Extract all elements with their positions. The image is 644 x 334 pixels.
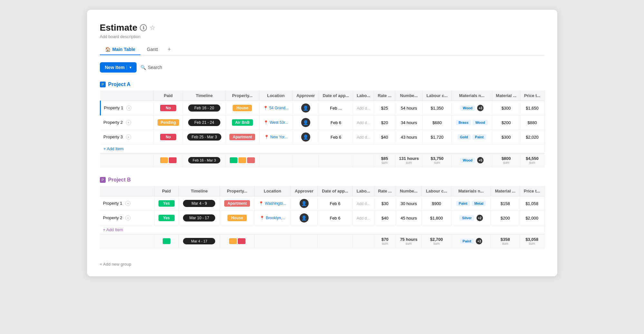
cell-materials[interactable]: Wood +3	[452, 101, 492, 115]
cell-approver[interactable]: 👤	[293, 115, 319, 130]
cell-date[interactable]: Feb ...	[319, 101, 353, 115]
col-matcost-a: Material ...	[492, 91, 520, 101]
cell-date[interactable]: Feb 6	[318, 196, 353, 211]
cell-approver[interactable]: 👤	[291, 211, 318, 225]
col-name-a	[100, 91, 154, 101]
cell-hours[interactable]: 30 hours	[396, 196, 422, 211]
cell-timeline[interactable]: Feb 16 - 20	[183, 101, 226, 115]
cell-location[interactable]: 📍New Yor...	[259, 130, 293, 144]
cell-paid[interactable]: No	[154, 130, 183, 144]
cell-property[interactable]: House	[220, 211, 255, 225]
cell-rate[interactable]: $20	[374, 115, 395, 130]
cell-labour-cost[interactable]: $1,720	[423, 130, 452, 144]
cell-add-d[interactable]: Add d...	[352, 196, 374, 211]
cell-approver[interactable]: 👤	[293, 101, 319, 115]
cell-rate[interactable]: $40	[374, 130, 395, 144]
page-subtitle: Add board description	[100, 34, 544, 39]
cell-rate[interactable]: $25	[374, 101, 395, 115]
cell-labour-cost[interactable]: $1,800	[422, 211, 451, 225]
cell-timeline[interactable]: Mar 4 - 9	[178, 196, 220, 211]
row-name: Property 3 +	[100, 130, 154, 144]
cell-labour-cost[interactable]: $900	[422, 196, 451, 211]
tab-gantt[interactable]: Gantt	[142, 44, 163, 55]
add-row-icon[interactable]: +	[125, 201, 130, 206]
add-row-icon[interactable]: +	[125, 215, 130, 221]
cell-approver[interactable]: 👤	[293, 130, 319, 144]
col-paid-a: Paid	[154, 91, 183, 101]
col-name-b	[100, 186, 155, 196]
star-icon[interactable]: ☆	[149, 24, 155, 32]
cell-hours[interactable]: 54 hours	[395, 101, 423, 115]
page-title: Estimate	[100, 23, 138, 33]
summary-row-a: Feb 16 - Mar 3 $85 sum	[100, 153, 544, 167]
cell-date[interactable]: Feb 6	[318, 211, 353, 225]
cell-timeline[interactable]: Feb 21 - 24	[183, 115, 226, 130]
cell-materials[interactable]: Paint Metal	[451, 196, 491, 211]
cell-property[interactable]: Air BnB	[226, 115, 259, 130]
cell-hours[interactable]: 45 hours	[396, 211, 422, 225]
cell-add-d[interactable]: Add d...	[353, 101, 374, 115]
cell-price-total[interactable]: $1,058	[520, 196, 544, 211]
add-row-icon[interactable]: +	[126, 105, 131, 111]
svg-text:P: P	[101, 83, 104, 86]
cell-materials[interactable]: Brass Wood	[452, 115, 492, 130]
new-item-button[interactable]: New Item ▾	[100, 62, 137, 73]
cell-mat-cost[interactable]: $158	[491, 196, 520, 211]
cell-date[interactable]: Feb 6	[319, 130, 353, 144]
cell-approver[interactable]: 👤	[291, 196, 318, 211]
cell-timeline[interactable]: Mar 10 - 17	[178, 211, 220, 225]
cell-location[interactable]: 📍Brooklyn,...	[255, 211, 291, 225]
cell-date[interactable]: Feb 6	[319, 115, 353, 130]
cell-labour-cost[interactable]: $1,350	[423, 101, 452, 115]
cell-hours[interactable]: 43 hours	[395, 130, 423, 144]
cell-paid[interactable]: Yes	[154, 211, 178, 225]
toolbar: New Item ▾ 🔍 Search	[100, 62, 544, 73]
tab-main-table[interactable]: 🏠 Main Table	[100, 44, 140, 55]
cell-rate[interactable]: $30	[374, 196, 396, 211]
cell-add-d[interactable]: Add d...	[352, 211, 374, 225]
col-rate-b: Rate ...	[374, 186, 396, 196]
cell-hours[interactable]: 34 hours	[395, 115, 423, 130]
cell-price-total[interactable]: $880	[520, 115, 544, 130]
cell-mat-cost[interactable]: $300	[492, 101, 520, 115]
cell-add-d[interactable]: Add d...	[353, 130, 374, 144]
cell-mat-cost[interactable]: $200	[492, 115, 520, 130]
cell-timeline[interactable]: Feb 25 - Mar 3	[183, 130, 226, 144]
tabs-bar: 🏠 Main Table Gantt +	[100, 44, 544, 56]
col-labour-b: Labo...	[352, 186, 374, 196]
search-button[interactable]: 🔍 Search	[140, 65, 162, 70]
cell-property[interactable]: Apartment	[220, 196, 255, 211]
add-group-button[interactable]: + Add new group	[100, 258, 544, 267]
tab-add-button[interactable]: +	[164, 44, 174, 55]
add-row-icon[interactable]: +	[126, 120, 131, 125]
cell-add-d[interactable]: Add d...	[353, 115, 374, 130]
info-icon[interactable]: ℹ	[140, 24, 147, 31]
col-approver-a: Approver	[293, 91, 319, 101]
col-timeline-a: Timeline	[183, 91, 226, 101]
location-pin-icon: 📍	[264, 135, 269, 139]
cell-paid[interactable]: No	[154, 101, 183, 115]
col-price-a: Price t...	[520, 91, 544, 101]
cell-materials[interactable]: Gold Paint	[452, 130, 492, 144]
cell-price-total[interactable]: $1,650	[520, 101, 544, 115]
add-row-icon[interactable]: +	[126, 134, 131, 140]
cell-mat-cost[interactable]: $300	[492, 130, 520, 144]
group-a-icon: P	[100, 82, 106, 87]
cell-location[interactable]: 📍Washingto...	[255, 196, 291, 211]
add-item-row-b[interactable]: + Add Item	[100, 225, 544, 234]
cell-paid[interactable]: Yes	[154, 196, 178, 211]
cell-price-total[interactable]: $2,020	[520, 130, 544, 144]
cell-rate[interactable]: $40	[374, 211, 396, 225]
cell-materials[interactable]: Silver +2	[451, 211, 491, 225]
cell-location[interactable]: 📍54 Grand...	[259, 101, 293, 115]
col-labourcost-a: Labour c...	[423, 91, 452, 101]
col-price-b: Price t...	[520, 186, 544, 196]
cell-property[interactable]: House	[226, 101, 259, 115]
add-item-row[interactable]: + Add Item	[100, 144, 544, 153]
cell-price-total[interactable]: $2,000	[520, 211, 544, 225]
cell-location[interactable]: 📍West 53r...	[259, 115, 293, 130]
cell-labour-cost[interactable]: $680	[423, 115, 452, 130]
cell-mat-cost[interactable]: $200	[491, 211, 520, 225]
cell-paid[interactable]: Pending	[154, 115, 183, 130]
cell-property[interactable]: Apartment	[226, 130, 259, 144]
